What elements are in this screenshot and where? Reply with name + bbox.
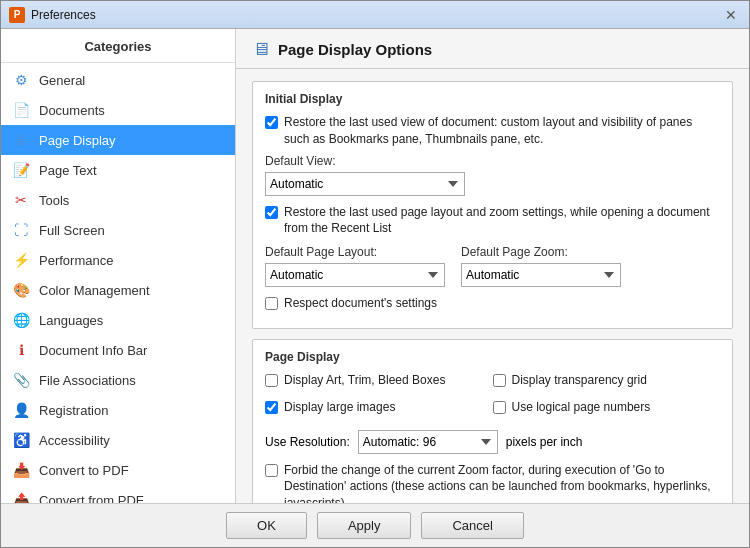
page-display-icon: 🖥: [11, 130, 31, 150]
sidebar-item-documents[interactable]: 📄Documents: [1, 95, 235, 125]
sidebar-item-label-color-management: Color Management: [39, 283, 150, 298]
restore-recent-row: Restore the last used page layout and zo…: [265, 204, 720, 238]
sidebar-item-label-languages: Languages: [39, 313, 103, 328]
sidebar-item-color-management[interactable]: 🎨Color Management: [1, 275, 235, 305]
display-art-label: Display Art, Trim, Bleed Boxes: [284, 372, 445, 389]
forbid-zoom-checkbox[interactable]: [265, 464, 278, 477]
restore-recent-checkbox[interactable]: [265, 206, 278, 219]
forbid-zoom-row: Forbid the change of the current Zoom fa…: [265, 462, 720, 503]
sidebar-item-registration[interactable]: 👤Registration: [1, 395, 235, 425]
sidebar-item-file-associations[interactable]: 📎File Associations: [1, 365, 235, 395]
main-header: 🖥 Page Display Options: [236, 29, 749, 69]
forbid-zoom-label: Forbid the change of the current Zoom fa…: [284, 462, 720, 503]
sidebar-item-label-general: General: [39, 73, 85, 88]
page-display-label: Page Display: [265, 350, 720, 364]
title-bar-left: P Preferences: [9, 7, 96, 23]
footer: OK Apply Cancel: [1, 503, 749, 547]
main-panel: 🖥 Page Display Options Initial Display R…: [236, 29, 749, 503]
preferences-window: P Preferences ✕ Categories ⚙General📄Docu…: [0, 0, 750, 548]
tools-icon: ✂: [11, 190, 31, 210]
respect-settings-checkbox[interactable]: [265, 297, 278, 310]
respect-settings-label: Respect document's settings: [284, 295, 437, 312]
initial-display-section: Initial Display Restore the last used vi…: [252, 81, 733, 329]
default-view-select[interactable]: Automatic Single Page Single Page Contin…: [265, 172, 465, 196]
default-page-layout-select[interactable]: Automatic Single Page Single Page Contin…: [265, 263, 445, 287]
main-content: Initial Display Restore the last used vi…: [236, 69, 749, 503]
sidebar-item-label-documents: Documents: [39, 103, 105, 118]
restore-recent-label: Restore the last used page layout and zo…: [284, 204, 720, 238]
use-logical-label: Use logical page numbers: [512, 399, 651, 416]
default-page-layout-col: Default Page Layout: Automatic Single Pa…: [265, 245, 445, 287]
display-transparency-row: Display transparency grid: [493, 372, 721, 389]
page-layout-zoom-row: Default Page Layout: Automatic Single Pa…: [265, 245, 720, 287]
default-page-zoom-col: Default Page Zoom: Automatic Fit Page Fi…: [461, 245, 621, 287]
display-art-row: Display Art, Trim, Bleed Boxes: [265, 372, 493, 389]
color-management-icon: 🎨: [11, 280, 31, 300]
document-info-bar-icon: ℹ: [11, 340, 31, 360]
sidebar-item-convert-from-pdf[interactable]: 📤Convert from PDF: [1, 485, 235, 503]
title-bar: P Preferences ✕: [1, 1, 749, 29]
restore-view-label: Restore the last used view of document: …: [284, 114, 720, 148]
display-transparency-checkbox[interactable]: [493, 374, 506, 387]
sidebar-item-label-registration: Registration: [39, 403, 108, 418]
sidebar-item-tools[interactable]: ✂Tools: [1, 185, 235, 215]
sidebar-list: ⚙General📄Documents🖥Page Display📝Page Tex…: [1, 63, 235, 503]
app-icon: P: [9, 7, 25, 23]
checkbox-col-left: Display Art, Trim, Bleed Boxes Display l…: [265, 372, 493, 422]
use-logical-checkbox[interactable]: [493, 401, 506, 414]
apply-button[interactable]: Apply: [317, 512, 412, 539]
checkbox-col-right: Display transparency grid Use logical pa…: [493, 372, 721, 422]
display-art-checkbox[interactable]: [265, 374, 278, 387]
sidebar-item-document-info-bar[interactable]: ℹDocument Info Bar: [1, 335, 235, 365]
sidebar-item-full-screen[interactable]: ⛶Full Screen: [1, 215, 235, 245]
page-display-section: Page Display Display Art, Trim, Bleed Bo…: [252, 339, 733, 503]
display-large-checkbox[interactable]: [265, 401, 278, 414]
resolution-label: Use Resolution:: [265, 435, 350, 449]
sidebar-item-page-display[interactable]: 🖥Page Display: [1, 125, 235, 155]
sidebar-item-accessibility[interactable]: ♿Accessibility: [1, 425, 235, 455]
pixels-per-inch-label: pixels per inch: [506, 435, 583, 449]
sidebar-item-label-page-text: Page Text: [39, 163, 97, 178]
sidebar-item-label-file-associations: File Associations: [39, 373, 136, 388]
sidebar: Categories ⚙General📄Documents🖥Page Displ…: [1, 29, 236, 503]
file-associations-icon: 📎: [11, 370, 31, 390]
sidebar-item-label-convert-from-pdf: Convert from PDF: [39, 493, 144, 504]
sidebar-item-label-full-screen: Full Screen: [39, 223, 105, 238]
display-large-label: Display large images: [284, 399, 395, 416]
restore-view-checkbox[interactable]: [265, 116, 278, 129]
respect-settings-row: Respect document's settings: [265, 295, 720, 312]
sidebar-item-label-accessibility: Accessibility: [39, 433, 110, 448]
sidebar-item-languages[interactable]: 🌐Languages: [1, 305, 235, 335]
close-button[interactable]: ✕: [721, 5, 741, 25]
ok-button[interactable]: OK: [226, 512, 307, 539]
default-page-zoom-select[interactable]: Automatic Fit Page Fit Width 100%: [461, 263, 621, 287]
default-page-layout-label: Default Page Layout:: [265, 245, 445, 259]
registration-icon: 👤: [11, 400, 31, 420]
default-view-label: Default View:: [265, 154, 720, 168]
use-logical-row: Use logical page numbers: [493, 399, 721, 416]
resolution-select[interactable]: Automatic: 96 72 96 120 150: [358, 430, 498, 454]
sidebar-item-label-convert-to-pdf: Convert to PDF: [39, 463, 129, 478]
languages-icon: 🌐: [11, 310, 31, 330]
resolution-row: Use Resolution: Automatic: 96 72 96 120 …: [265, 430, 720, 454]
general-icon: ⚙: [11, 70, 31, 90]
checkbox-cols: Display Art, Trim, Bleed Boxes Display l…: [265, 372, 720, 422]
sidebar-item-performance[interactable]: ⚡Performance: [1, 245, 235, 275]
cancel-button[interactable]: Cancel: [421, 512, 523, 539]
sidebar-item-convert-to-pdf[interactable]: 📥Convert to PDF: [1, 455, 235, 485]
sidebar-item-label-performance: Performance: [39, 253, 113, 268]
display-large-row: Display large images: [265, 399, 493, 416]
convert-to-pdf-icon: 📥: [11, 460, 31, 480]
display-transparency-label: Display transparency grid: [512, 372, 647, 389]
sidebar-item-general[interactable]: ⚙General: [1, 65, 235, 95]
accessibility-icon: ♿: [11, 430, 31, 450]
documents-icon: 📄: [11, 100, 31, 120]
content-area: Categories ⚙General📄Documents🖥Page Displ…: [1, 29, 749, 503]
performance-icon: ⚡: [11, 250, 31, 270]
convert-from-pdf-icon: 📤: [11, 490, 31, 503]
sidebar-item-label-tools: Tools: [39, 193, 69, 208]
full-screen-icon: ⛶: [11, 220, 31, 240]
initial-display-label: Initial Display: [265, 92, 720, 106]
sidebar-header: Categories: [1, 29, 235, 63]
sidebar-item-page-text[interactable]: 📝Page Text: [1, 155, 235, 185]
